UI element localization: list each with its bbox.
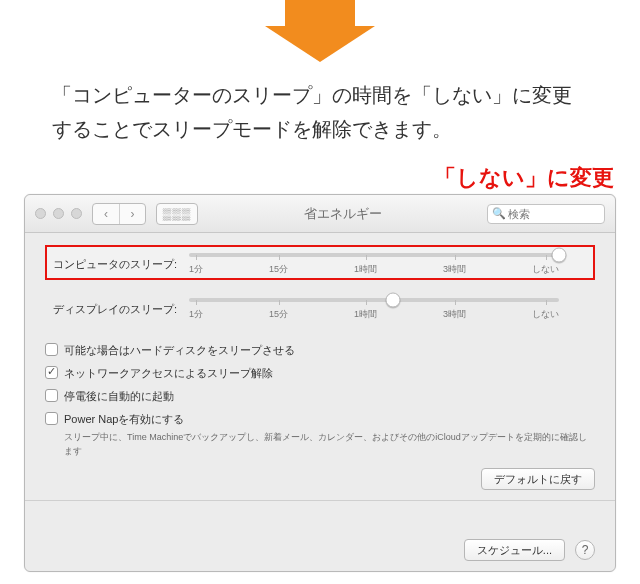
checkbox[interactable] [45, 366, 58, 379]
tick-label: しない [532, 308, 559, 321]
tick-label: 1時間 [354, 263, 377, 276]
options-checkbox-group: 可能な場合はハードディスクをスリープさせるネットワークアクセスによるスリープ解除… [45, 343, 595, 458]
schedule-button[interactable]: スケジュール... [464, 539, 565, 561]
display-sleep-knob[interactable] [385, 293, 400, 308]
computer-sleep-row: コンピュータのスリープ: 1分 15分 1時間 3時間 しない [45, 245, 595, 280]
checkbox-row: 停電後に自動的に起動 [45, 389, 595, 404]
back-icon[interactable]: ‹ [93, 204, 119, 224]
search-icon: 🔍 [492, 207, 506, 220]
display-sleep-label: ディスプレイのスリープ: [53, 302, 181, 317]
checkbox[interactable] [45, 412, 58, 425]
close-icon[interactable] [35, 208, 46, 219]
display-sleep-ticks: 1分 15分 1時間 3時間 しない [189, 308, 559, 321]
tick-label: しない [532, 263, 559, 276]
restore-defaults-button[interactable]: デフォルトに戻す [481, 468, 595, 490]
attention-arrow-top [265, 0, 375, 62]
help-button[interactable]: ? [575, 540, 595, 560]
search-field-wrap: 🔍 [487, 204, 605, 224]
computer-sleep-label: コンピュータのスリープ: [53, 257, 181, 272]
computer-sleep-knob[interactable] [552, 248, 567, 263]
checkbox-label: ネットワークアクセスによるスリープ解除 [64, 366, 273, 381]
checkbox-label: Power Napを有効にする [64, 412, 184, 427]
tick-label: 3時間 [443, 263, 466, 276]
window-content: コンピュータのスリープ: 1分 15分 1時間 3時間 しない [25, 233, 615, 571]
checkbox-description: スリープ中に、Time Machineでバックアップし、新着メール、カレンダー、… [64, 431, 595, 458]
tick-label: 3時間 [443, 308, 466, 321]
tick-label: 1分 [189, 308, 203, 321]
computer-sleep-ticks: 1分 15分 1時間 3時間 しない [189, 263, 559, 276]
window-titlebar: ‹ › ▒▒▒ 省エネルギー 🔍 [25, 195, 615, 233]
checkbox-label: 可能な場合はハードディスクをスリープさせる [64, 343, 295, 358]
display-sleep-slider[interactable] [189, 298, 559, 302]
checkbox[interactable] [45, 343, 58, 356]
zoom-icon[interactable] [71, 208, 82, 219]
traffic-lights [35, 208, 82, 219]
divider [25, 500, 615, 501]
computer-sleep-slider[interactable] [189, 253, 559, 257]
display-sleep-row: ディスプレイのスリープ: 1分 15分 1時間 3時間 しない [45, 290, 595, 325]
checkbox-label: 停電後に自動的に起動 [64, 389, 174, 404]
checkbox[interactable] [45, 389, 58, 402]
checkbox-row: 可能な場合はハードディスクをスリープさせる [45, 343, 595, 358]
minimize-icon[interactable] [53, 208, 64, 219]
callout-label: 「しない」に変更 [434, 163, 614, 193]
tick-label: 15分 [269, 263, 288, 276]
instruction-text: 「コンピューターのスリープ」の時間を「しない」に変更することでスリープモードを解… [52, 78, 588, 146]
back-forward-segment[interactable]: ‹ › [92, 203, 146, 225]
tick-label: 15分 [269, 308, 288, 321]
tick-label: 1時間 [354, 308, 377, 321]
checkbox-row: Power Napを有効にする [45, 412, 595, 427]
show-all-button[interactable]: ▒▒▒ [156, 203, 198, 225]
energy-saver-window: ‹ › ▒▒▒ 省エネルギー 🔍 コンピュータのスリープ: 1分 15分 [24, 194, 616, 572]
window-title: 省エネルギー [208, 205, 477, 223]
tick-label: 1分 [189, 263, 203, 276]
checkbox-row: ネットワークアクセスによるスリープ解除 [45, 366, 595, 381]
forward-icon[interactable]: › [119, 204, 145, 224]
